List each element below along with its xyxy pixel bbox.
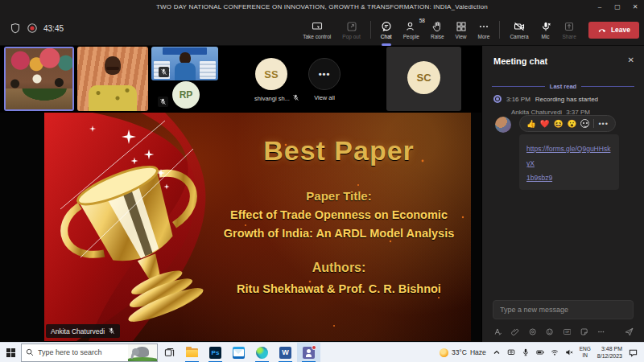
file-explorer-icon (186, 347, 198, 359)
laugh-reaction[interactable]: 😆 (554, 120, 564, 128)
toolbar-divider (370, 21, 371, 39)
language-indicator[interactable]: ENG IN (580, 346, 591, 360)
gif-icon[interactable]: GIF (564, 327, 571, 336)
more-participants-button[interactable]: ••• (308, 58, 341, 90)
taskbar-edge[interactable] (250, 343, 274, 362)
avatar-rp[interactable]: RP (172, 81, 200, 109)
format-icon[interactable] (494, 327, 502, 336)
avatar-shivangi[interactable]: SS (255, 58, 287, 90)
teams-icon (303, 347, 315, 359)
people-count-badge: 58 (419, 18, 425, 23)
video-feed (6, 48, 72, 109)
tray-wifi-icon[interactable] (551, 348, 559, 356)
title-bar: TWO DAY NATIONAL CONFERENCE ON INNOVATIO… (0, 0, 644, 13)
people-icon (406, 21, 417, 32)
recording-started-event: 3:16 PM Recording has started (493, 95, 598, 103)
avatar-sc: SC (407, 61, 440, 94)
mic-muted-icon (158, 97, 168, 107)
pop-out-icon (346, 21, 357, 32)
view-all-label[interactable]: View all (308, 94, 341, 101)
system-tray: 33°C Haze ENG IN 3:48 PM 8/12/2023 (440, 345, 644, 360)
chat-panel-title: Meeting chat (493, 56, 547, 66)
participant-name-label: shivangi sh... (246, 94, 308, 103)
minimize-button[interactable]: – (591, 0, 609, 13)
camera-off-icon (514, 21, 525, 32)
take-control-button[interactable]: Take control (297, 15, 336, 44)
tray-battery-icon[interactable] (536, 348, 544, 356)
taskbar-clock[interactable]: 3:48 PM 8/12/2023 (597, 345, 622, 360)
sticker-icon[interactable] (580, 327, 588, 336)
send-icon[interactable] (625, 327, 634, 337)
weather-widget[interactable]: 33°C Haze (440, 348, 486, 357)
close-button[interactable]: ✕ (626, 0, 644, 13)
authors-names: Ritu Shekhawat & Prof. C. R. Bishnoi (213, 282, 464, 295)
chat-message-bubble: https://forms.gle/Q9guHHskyX1b9sbz9 (519, 134, 619, 190)
message-more-options[interactable]: ••• (598, 120, 608, 128)
teams-meeting-window: TWO DAY NATIONAL CONFERENCE ON INNOVATIO… (0, 0, 644, 362)
share-button[interactable]: Share (557, 15, 582, 44)
mail-icon (233, 347, 245, 359)
taskbar-file-explorer[interactable] (180, 343, 204, 362)
search-input[interactable] (38, 348, 128, 356)
authors-label: Authors: (213, 261, 464, 275)
tray-expand-chevron[interactable] (493, 348, 501, 356)
chat-close-icon[interactable]: ✕ (628, 56, 634, 64)
search-highlight-elephant-image[interactable] (128, 344, 157, 361)
tray-display-icon[interactable] (507, 348, 515, 356)
new-message-input[interactable] (493, 300, 634, 319)
taskbar-teams[interactable] (297, 343, 320, 362)
thumbs-up-reaction[interactable]: 👍 (526, 120, 536, 128)
compose-toolbar: GIF (494, 327, 634, 337)
recording-event-icon (493, 95, 502, 103)
take-control-icon (312, 21, 323, 32)
camera-button[interactable]: Camera (504, 15, 534, 44)
windows-taskbar: Ps W 33°C Haze ENG IN 3:48 PM 8/12/20 (0, 342, 644, 362)
windows-logo-icon (6, 348, 15, 357)
paper-title-line2: Growth of India: An ARDL Model Analysis (213, 227, 464, 240)
taskbar-search[interactable] (21, 343, 158, 362)
more-button[interactable]: More (473, 15, 496, 44)
view-grid-icon (456, 21, 467, 32)
attach-icon[interactable] (511, 327, 518, 336)
surprised-reaction[interactable]: 😮 (568, 120, 577, 128)
tray-mic-icon[interactable] (522, 348, 530, 356)
task-view-button[interactable] (158, 348, 180, 358)
share-icon (564, 21, 575, 32)
pop-out-button[interactable]: Pop out (336, 15, 365, 44)
start-button[interactable] (0, 343, 21, 362)
people-button[interactable]: 58 People (398, 15, 425, 44)
mic-button[interactable]: Mic (535, 15, 557, 44)
view-button[interactable]: View (450, 15, 473, 44)
slide-title: Best Paper (213, 135, 464, 167)
chat-icon (381, 21, 392, 32)
taskbar-mail[interactable] (227, 343, 250, 362)
message-author-avatar[interactable] (495, 117, 511, 133)
raise-hand-button[interactable]: Raise (425, 15, 450, 44)
edge-icon (256, 347, 268, 359)
action-center-icon[interactable] (629, 348, 638, 357)
video-tile-speaker[interactable] (77, 47, 148, 111)
compose-more-icon[interactable] (597, 327, 605, 336)
reaction-settings-icon[interactable] (580, 119, 589, 128)
compose-area (493, 300, 634, 319)
search-icon (26, 348, 34, 356)
maximize-button[interactable]: ▢ (609, 0, 626, 13)
loop-component-icon[interactable] (529, 327, 536, 336)
video-tile-stage-room[interactable] (4, 47, 74, 111)
taskbar-photoshop[interactable]: Ps (204, 343, 227, 362)
meeting-timer: 43:45 (43, 24, 64, 33)
taskbar-word[interactable]: W (274, 343, 297, 362)
event-text: Recording has started (535, 96, 598, 103)
message-link[interactable]: https://forms.gle/Q9guHHskyX1b9sbz9 (526, 145, 610, 182)
window-title: TWO DAY NATIONAL CONFERENCE ON INNOVATIO… (0, 3, 644, 10)
emoji-icon[interactable] (546, 327, 553, 336)
chat-button[interactable]: Chat (375, 15, 398, 44)
paper-title-line1: Effect of Trade Openness on Economic (213, 208, 464, 221)
tray-volume-muted-icon[interactable] (565, 348, 573, 356)
leave-button[interactable]: Leave (588, 22, 639, 39)
presenter-name-tag: Ankita Chaturvedi (46, 324, 120, 338)
mic-muted-icon (292, 94, 299, 103)
reaction-bar: 👍 ❤️ 😆 😮 ••• (519, 115, 616, 132)
heart-reaction[interactable]: ❤️ (540, 120, 550, 128)
avatar-tile-sc[interactable]: SC (386, 47, 461, 111)
